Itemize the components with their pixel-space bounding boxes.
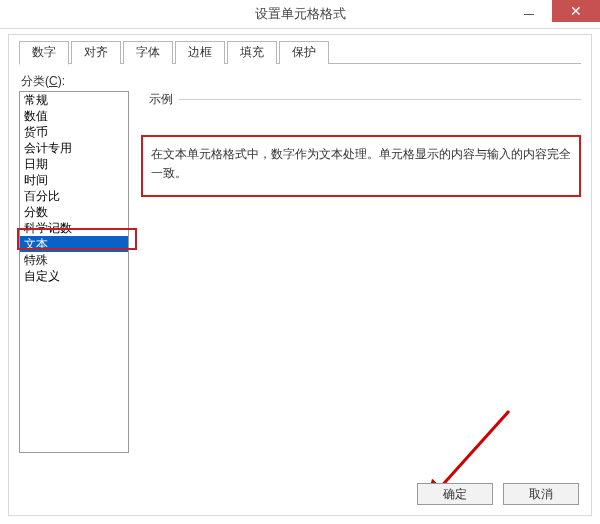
list-item[interactable]: 数值 xyxy=(20,108,128,124)
tab-strip: 数字 对齐 字体 边框 填充 保护 xyxy=(19,41,581,64)
tab-alignment[interactable]: 对齐 xyxy=(71,41,121,64)
list-item[interactable]: 自定义 xyxy=(20,268,128,284)
category-description: 在文本单元格格式中，数字作为文本处理。单元格显示的内容与输入的内容完全一致。 xyxy=(141,135,581,197)
tab-number[interactable]: 数字 xyxy=(19,41,69,65)
list-item[interactable]: 特殊 xyxy=(20,252,128,268)
example-separator xyxy=(179,99,581,100)
ok-button[interactable]: 确定 xyxy=(417,483,493,505)
tab-fill[interactable]: 填充 xyxy=(227,41,277,64)
list-item[interactable]: 百分比 xyxy=(20,188,128,204)
dialog-client-area: 数字 对齐 字体 边框 填充 保护 分类(C): 常规 数值 货币 会计专用 日… xyxy=(8,34,592,516)
title-bar: 设置单元格格式 ✕ xyxy=(0,0,600,29)
category-label: 分类(C): xyxy=(21,73,65,90)
list-item[interactable]: 货币 xyxy=(20,124,128,140)
window-controls: ✕ xyxy=(506,0,600,22)
cancel-button[interactable]: 取消 xyxy=(503,483,579,505)
list-item[interactable]: 会计专用 xyxy=(20,140,128,156)
list-item[interactable]: 时间 xyxy=(20,172,128,188)
tab-border[interactable]: 边框 xyxy=(175,41,225,64)
list-item[interactable]: 分数 xyxy=(20,204,128,220)
window-title: 设置单元格格式 xyxy=(255,5,346,23)
close-icon: ✕ xyxy=(570,4,582,18)
example-label: 示例 xyxy=(149,91,173,108)
list-item-selected[interactable]: 文本 xyxy=(20,236,128,252)
tab-font[interactable]: 字体 xyxy=(123,41,173,64)
tab-content: 分类(C): 常规 数值 货币 会计专用 日期 时间 百分比 分数 科学记数 文… xyxy=(19,69,581,473)
minimize-icon xyxy=(524,14,534,15)
minimize-button[interactable] xyxy=(506,0,552,22)
dialog-window: 设置单元格格式 ✕ 数字 对齐 字体 边框 填充 保护 分类(C): 常规 数值… xyxy=(0,0,600,524)
category-listbox[interactable]: 常规 数值 货币 会计专用 日期 时间 百分比 分数 科学记数 文本 特殊 自定… xyxy=(19,91,129,453)
list-item[interactable]: 科学记数 xyxy=(20,220,128,236)
list-item[interactable]: 日期 xyxy=(20,156,128,172)
tab-protection[interactable]: 保护 xyxy=(279,41,329,64)
list-item[interactable]: 常规 xyxy=(20,92,128,108)
dialog-buttons: 确定 取消 xyxy=(417,483,579,505)
close-button[interactable]: ✕ xyxy=(552,0,600,22)
